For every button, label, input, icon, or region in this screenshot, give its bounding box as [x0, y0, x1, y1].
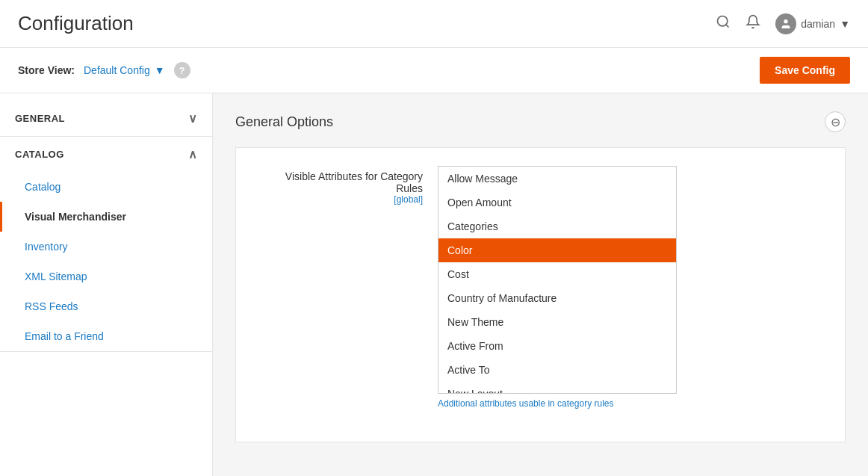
- form-hint: Additional attributes usable in category…: [438, 398, 822, 409]
- listbox-item-new-layout[interactable]: New Layout: [438, 382, 676, 394]
- listbox-item-active-from[interactable]: Active From: [438, 334, 676, 358]
- help-icon[interactable]: ?: [174, 62, 190, 78]
- store-bar-left: Store View: Default Config ▼ ?: [18, 62, 190, 78]
- listbox-item-allow-message[interactable]: Allow Message: [438, 167, 676, 191]
- store-view-chevron-icon: ▼: [155, 64, 165, 76]
- main-layout: GENERAL ∨ CATALOG ∧ Catalog Visual Merch…: [0, 93, 868, 476]
- listbox-item-cost[interactable]: Cost: [438, 262, 676, 286]
- svg-point-2: [784, 19, 788, 23]
- sidebar-item-inventory[interactable]: Inventory: [0, 232, 212, 262]
- sidebar-section-header-general[interactable]: GENERAL ∨: [0, 101, 212, 136]
- bell-icon[interactable]: [745, 14, 760, 33]
- sidebar-item-visual-merchandiser[interactable]: Visual Merchandiser: [0, 202, 212, 232]
- sidebar-item-catalog[interactable]: Catalog: [0, 172, 212, 202]
- sidebar-catalog-items: Catalog Visual Merchandiser Inventory XM…: [0, 172, 212, 351]
- search-icon[interactable]: [716, 14, 731, 33]
- listbox-item-country-of-manufacture[interactable]: Country of Manufacture: [438, 286, 676, 310]
- sidebar-item-xml-sitemap[interactable]: XML Sitemap: [0, 262, 212, 291]
- sidebar-section-label-general: GENERAL: [15, 113, 65, 124]
- content-area: General Options ⊖ Visible Attributes for…: [213, 93, 868, 476]
- listbox-item-new-theme[interactable]: New Theme: [438, 310, 676, 334]
- sidebar-section-label-catalog: CATALOG: [15, 149, 64, 160]
- avatar: [775, 13, 796, 34]
- listbox-item-color[interactable]: Color: [438, 238, 676, 262]
- visible-attributes-label: Visible Attributes for Category Rules [g…: [258, 166, 423, 205]
- user-chevron-icon: ▼: [840, 18, 850, 30]
- store-view-select[interactable]: Default Config ▼: [84, 64, 165, 76]
- collapse-button[interactable]: ⊖: [825, 111, 846, 132]
- sidebar-section-header-catalog[interactable]: CATALOG ∧: [0, 137, 212, 172]
- svg-point-0: [718, 16, 728, 26]
- sidebar-section-general: GENERAL ∨: [0, 101, 212, 137]
- user-menu[interactable]: damian ▼: [775, 13, 850, 34]
- sidebar: GENERAL ∨ CATALOG ∧ Catalog Visual Merch…: [0, 93, 213, 476]
- sidebar-item-rss-feeds[interactable]: RSS Feeds: [0, 291, 212, 321]
- sidebar-section-catalog: CATALOG ∧ Catalog Visual Merchandiser In…: [0, 137, 212, 352]
- header: Configuration damian ▼: [0, 0, 868, 48]
- collapse-icon: ⊖: [831, 115, 840, 129]
- sidebar-general-chevron-icon: ∨: [188, 111, 198, 126]
- store-view-label: Store View:: [18, 64, 75, 76]
- sidebar-catalog-chevron-icon: ∧: [188, 147, 198, 161]
- visible-attributes-row: Visible Attributes for Category Rules [g…: [258, 166, 822, 409]
- svg-line-1: [726, 25, 729, 28]
- section-title: General Options: [235, 114, 333, 130]
- header-actions: damian ▼: [716, 13, 850, 34]
- listbox-item-categories[interactable]: Categories: [438, 214, 676, 238]
- listbox-item-open-amount[interactable]: Open Amount: [438, 191, 676, 214]
- section-header: General Options ⊖: [235, 111, 846, 132]
- form-section: Visible Attributes for Category Rules [g…: [235, 147, 846, 442]
- store-view-value: Default Config: [84, 64, 150, 76]
- user-name: damian: [801, 18, 835, 30]
- sidebar-item-email-to-friend[interactable]: Email to a Friend: [0, 321, 212, 351]
- attributes-listbox[interactable]: Allow Message Open Amount Categories Col…: [438, 166, 677, 394]
- global-hint: [global]: [258, 194, 423, 205]
- save-config-button[interactable]: Save Config: [760, 57, 850, 84]
- listbox-wrapper: Allow Message Open Amount Categories Col…: [438, 166, 677, 394]
- listbox-item-active-to[interactable]: Active To: [438, 358, 676, 382]
- visible-attributes-field: Allow Message Open Amount Categories Col…: [438, 166, 822, 409]
- store-bar: Store View: Default Config ▼ ? Save Conf…: [0, 48, 868, 93]
- page-title: Configuration: [18, 12, 134, 35]
